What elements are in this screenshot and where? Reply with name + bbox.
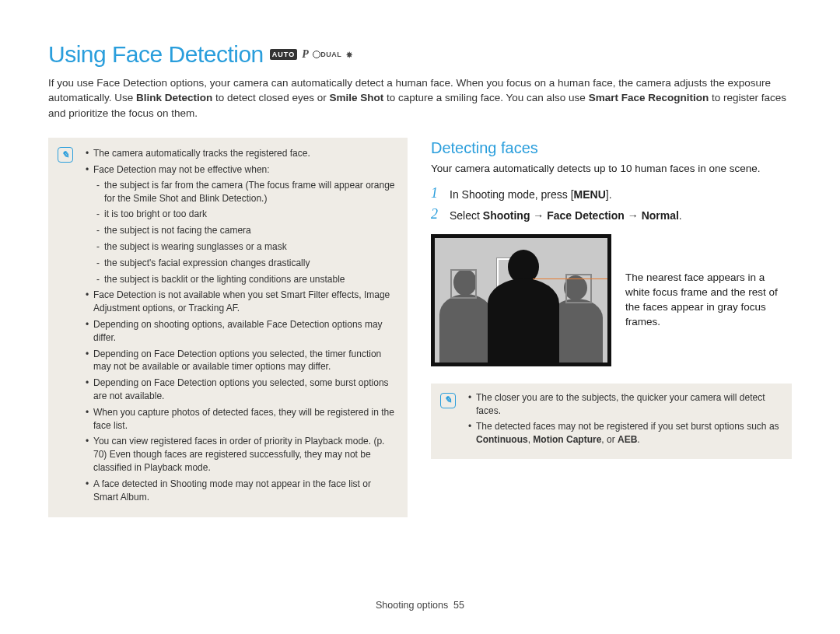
intro-text: to detect closed eyes or <box>215 92 329 103</box>
step-text: In Shooting mode, press [MENU]. <box>450 186 612 202</box>
note-icon: ✎ <box>440 393 456 408</box>
note-subitem: the subject's facial expression changes … <box>96 257 395 270</box>
note-item: Depending on shooting options, available… <box>86 318 395 345</box>
intro-paragraph: If you use Face Detection options, your … <box>48 75 792 121</box>
title-text: Using Face Detection <box>48 39 264 71</box>
step-text-part: . <box>679 209 682 222</box>
note-text: , or <box>601 434 618 445</box>
note-item: You can view registered faces in order o… <box>86 435 395 474</box>
intro-bold-smile: Smile Shot <box>329 92 383 103</box>
note-bold: Continuous <box>476 434 528 445</box>
page-footer: Shooting options 55 <box>0 599 840 612</box>
callout-line <box>533 278 608 279</box>
example-photo <box>431 234 611 366</box>
mode-icons: AUTO P DUAL <box>270 47 352 62</box>
figure-caption: The nearest face appears in a white focu… <box>625 271 792 330</box>
section-intro: Your camera automatically detects up to … <box>431 162 792 177</box>
step-text-part: ]. <box>606 188 612 201</box>
intro-text: to capture a smiling face. You can also … <box>387 92 589 103</box>
note-bold: AEB <box>618 434 637 445</box>
note-text: Face Detection may not be effective when… <box>93 164 270 175</box>
note-item: Depending on Face Detection options you … <box>86 377 395 403</box>
note-item: Depending on Face Detection options you … <box>86 348 395 374</box>
step-number: 2 <box>431 207 442 221</box>
gray-focus-frame <box>450 269 477 299</box>
mode-dual-icon: DUAL <box>313 50 341 59</box>
mode-auto-icon: AUTO <box>270 49 297 60</box>
note-item: The camera automatically tracks the regi… <box>86 147 395 160</box>
footer-section: Shooting options <box>376 600 448 611</box>
note-subitem: the subject is backlit or the lighting c… <box>96 273 395 286</box>
note-item: When you capture photos of detected face… <box>86 406 395 433</box>
note-item: A face detected in Shooting mode may not… <box>86 478 395 504</box>
note-bold: Motion Capture <box>533 434 601 445</box>
note-icon: ✎ <box>58 147 73 163</box>
step-bold: Normal <box>642 209 679 222</box>
intro-bold-blink: Blink Detection <box>136 92 212 103</box>
person-silhouette <box>488 250 559 363</box>
left-note-box: ✎ The camera automatically tracks the re… <box>48 138 408 517</box>
note-subitem: the subject is not facing the camera <box>96 224 395 237</box>
note-subitem: the subject is far from the camera (The … <box>96 179 395 205</box>
note-subitem: it is too bright or too dark <box>96 208 395 221</box>
step-number: 1 <box>431 186 442 200</box>
note-subitem: the subject is wearing sunglasses or a m… <box>96 240 395 254</box>
section-title: Detecting faces <box>431 138 792 159</box>
step-text-part: In Shooting mode, press [ <box>450 188 574 201</box>
arrow-icon: → <box>530 209 547 222</box>
step-text-part: Select <box>450 209 483 222</box>
note-item: Face Detection is not available when you… <box>86 289 395 315</box>
step-1: 1 In Shooting mode, press [MENU]. <box>431 186 792 202</box>
page-number: 55 <box>453 600 464 611</box>
step-bold: Shooting <box>483 209 530 222</box>
arrow-icon: → <box>625 209 642 222</box>
mode-scene-icon <box>346 48 352 61</box>
note-item: The closer you are to the subjects, the … <box>468 391 779 418</box>
mode-p-icon: P <box>302 47 308 62</box>
step-text: Select Shooting → Face Detection → Norma… <box>450 207 682 223</box>
note-item: The detected faces may not be registered… <box>468 420 779 447</box>
right-note-box: ✎ The closer you are to the subjects, th… <box>431 384 792 459</box>
note-text: . <box>637 434 639 445</box>
note-item: Face Detection may not be effective when… <box>86 163 395 285</box>
menu-key: MENU <box>574 188 606 201</box>
page-title: Using Face Detection AUTO P DUAL <box>48 39 792 71</box>
note-text: The detected faces may not be registered… <box>476 421 779 432</box>
intro-bold-smart: Smart Face Recognition <box>589 92 709 103</box>
step-bold: Face Detection <box>547 209 625 222</box>
step-2: 2 Select Shooting → Face Detection → Nor… <box>431 207 792 223</box>
